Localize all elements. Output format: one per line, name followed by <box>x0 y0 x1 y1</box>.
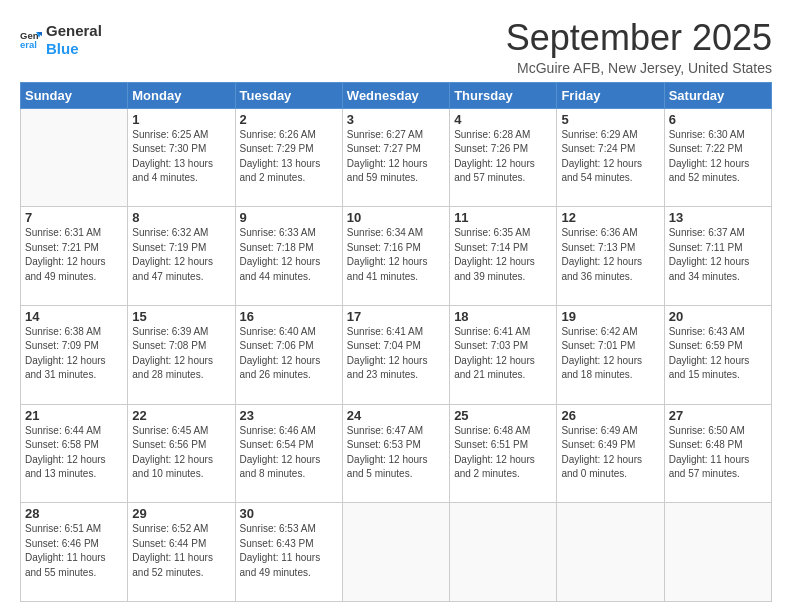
day-info: Sunrise: 6:39 AMSunset: 7:08 PMDaylight:… <box>132 325 230 383</box>
day-number: 7 <box>25 210 123 225</box>
day-info: Sunrise: 6:26 AMSunset: 7:29 PMDaylight:… <box>240 128 338 186</box>
day-number: 5 <box>561 112 659 127</box>
day-info: Sunrise: 6:51 AMSunset: 6:46 PMDaylight:… <box>25 522 123 580</box>
table-row: 14Sunrise: 6:38 AMSunset: 7:09 PMDayligh… <box>21 305 128 404</box>
day-info: Sunrise: 6:52 AMSunset: 6:44 PMDaylight:… <box>132 522 230 580</box>
day-info: Sunrise: 6:28 AMSunset: 7:26 PMDaylight:… <box>454 128 552 186</box>
day-info: Sunrise: 6:41 AMSunset: 7:03 PMDaylight:… <box>454 325 552 383</box>
table-row <box>557 503 664 602</box>
table-row: 22Sunrise: 6:45 AMSunset: 6:56 PMDayligh… <box>128 404 235 503</box>
day-info: Sunrise: 6:34 AMSunset: 7:16 PMDaylight:… <box>347 226 445 284</box>
day-number: 21 <box>25 408 123 423</box>
month-title: September 2025 <box>506 18 772 58</box>
day-info: Sunrise: 6:30 AMSunset: 7:22 PMDaylight:… <box>669 128 767 186</box>
day-number: 12 <box>561 210 659 225</box>
day-number: 8 <box>132 210 230 225</box>
day-info: Sunrise: 6:31 AMSunset: 7:21 PMDaylight:… <box>25 226 123 284</box>
table-row: 4Sunrise: 6:28 AMSunset: 7:26 PMDaylight… <box>450 108 557 207</box>
logo-text-general: General <box>46 22 102 40</box>
day-info: Sunrise: 6:42 AMSunset: 7:01 PMDaylight:… <box>561 325 659 383</box>
calendar-header-row: Sunday Monday Tuesday Wednesday Thursday… <box>21 82 772 108</box>
day-info: Sunrise: 6:47 AMSunset: 6:53 PMDaylight:… <box>347 424 445 482</box>
table-row: 12Sunrise: 6:36 AMSunset: 7:13 PMDayligh… <box>557 207 664 306</box>
table-row: 8Sunrise: 6:32 AMSunset: 7:19 PMDaylight… <box>128 207 235 306</box>
table-row: 2Sunrise: 6:26 AMSunset: 7:29 PMDaylight… <box>235 108 342 207</box>
table-row: 6Sunrise: 6:30 AMSunset: 7:22 PMDaylight… <box>664 108 771 207</box>
day-info: Sunrise: 6:44 AMSunset: 6:58 PMDaylight:… <box>25 424 123 482</box>
day-info: Sunrise: 6:38 AMSunset: 7:09 PMDaylight:… <box>25 325 123 383</box>
header-right: September 2025 McGuire AFB, New Jersey, … <box>506 18 772 76</box>
col-monday: Monday <box>128 82 235 108</box>
table-row: 18Sunrise: 6:41 AMSunset: 7:03 PMDayligh… <box>450 305 557 404</box>
day-info: Sunrise: 6:37 AMSunset: 7:11 PMDaylight:… <box>669 226 767 284</box>
table-row: 1Sunrise: 6:25 AMSunset: 7:30 PMDaylight… <box>128 108 235 207</box>
table-row <box>21 108 128 207</box>
day-number: 29 <box>132 506 230 521</box>
day-info: Sunrise: 6:33 AMSunset: 7:18 PMDaylight:… <box>240 226 338 284</box>
day-info: Sunrise: 6:27 AMSunset: 7:27 PMDaylight:… <box>347 128 445 186</box>
day-info: Sunrise: 6:49 AMSunset: 6:49 PMDaylight:… <box>561 424 659 482</box>
day-info: Sunrise: 6:32 AMSunset: 7:19 PMDaylight:… <box>132 226 230 284</box>
day-number: 17 <box>347 309 445 324</box>
col-wednesday: Wednesday <box>342 82 449 108</box>
table-row: 26Sunrise: 6:49 AMSunset: 6:49 PMDayligh… <box>557 404 664 503</box>
table-row: 16Sunrise: 6:40 AMSunset: 7:06 PMDayligh… <box>235 305 342 404</box>
day-info: Sunrise: 6:50 AMSunset: 6:48 PMDaylight:… <box>669 424 767 482</box>
day-number: 15 <box>132 309 230 324</box>
day-number: 9 <box>240 210 338 225</box>
day-number: 18 <box>454 309 552 324</box>
page: Gen eral General Blue September 2025 McG… <box>0 0 792 612</box>
table-row <box>450 503 557 602</box>
day-number: 27 <box>669 408 767 423</box>
table-row: 21Sunrise: 6:44 AMSunset: 6:58 PMDayligh… <box>21 404 128 503</box>
day-number: 23 <box>240 408 338 423</box>
table-row: 20Sunrise: 6:43 AMSunset: 6:59 PMDayligh… <box>664 305 771 404</box>
day-info: Sunrise: 6:36 AMSunset: 7:13 PMDaylight:… <box>561 226 659 284</box>
col-sunday: Sunday <box>21 82 128 108</box>
col-tuesday: Tuesday <box>235 82 342 108</box>
svg-text:eral: eral <box>20 39 37 50</box>
day-number: 19 <box>561 309 659 324</box>
day-info: Sunrise: 6:48 AMSunset: 6:51 PMDaylight:… <box>454 424 552 482</box>
table-row: 5Sunrise: 6:29 AMSunset: 7:24 PMDaylight… <box>557 108 664 207</box>
table-row <box>342 503 449 602</box>
day-number: 6 <box>669 112 767 127</box>
table-row: 30Sunrise: 6:53 AMSunset: 6:43 PMDayligh… <box>235 503 342 602</box>
table-row: 3Sunrise: 6:27 AMSunset: 7:27 PMDaylight… <box>342 108 449 207</box>
day-number: 1 <box>132 112 230 127</box>
day-number: 3 <box>347 112 445 127</box>
day-info: Sunrise: 6:53 AMSunset: 6:43 PMDaylight:… <box>240 522 338 580</box>
day-info: Sunrise: 6:29 AMSunset: 7:24 PMDaylight:… <box>561 128 659 186</box>
col-friday: Friday <box>557 82 664 108</box>
day-info: Sunrise: 6:46 AMSunset: 6:54 PMDaylight:… <box>240 424 338 482</box>
logo-text-blue: Blue <box>46 40 102 58</box>
col-saturday: Saturday <box>664 82 771 108</box>
day-info: Sunrise: 6:45 AMSunset: 6:56 PMDaylight:… <box>132 424 230 482</box>
table-row: 9Sunrise: 6:33 AMSunset: 7:18 PMDaylight… <box>235 207 342 306</box>
location: McGuire AFB, New Jersey, United States <box>506 60 772 76</box>
day-number: 14 <box>25 309 123 324</box>
table-row: 15Sunrise: 6:39 AMSunset: 7:08 PMDayligh… <box>128 305 235 404</box>
day-number: 24 <box>347 408 445 423</box>
table-row: 27Sunrise: 6:50 AMSunset: 6:48 PMDayligh… <box>664 404 771 503</box>
day-info: Sunrise: 6:40 AMSunset: 7:06 PMDaylight:… <box>240 325 338 383</box>
day-number: 30 <box>240 506 338 521</box>
day-info: Sunrise: 6:25 AMSunset: 7:30 PMDaylight:… <box>132 128 230 186</box>
table-row: 19Sunrise: 6:42 AMSunset: 7:01 PMDayligh… <box>557 305 664 404</box>
table-row: 23Sunrise: 6:46 AMSunset: 6:54 PMDayligh… <box>235 404 342 503</box>
day-number: 11 <box>454 210 552 225</box>
day-number: 28 <box>25 506 123 521</box>
day-number: 13 <box>669 210 767 225</box>
calendar-table: Sunday Monday Tuesday Wednesday Thursday… <box>20 82 772 602</box>
table-row: 7Sunrise: 6:31 AMSunset: 7:21 PMDaylight… <box>21 207 128 306</box>
day-number: 2 <box>240 112 338 127</box>
day-number: 25 <box>454 408 552 423</box>
table-row <box>664 503 771 602</box>
top-section: Gen eral General Blue September 2025 McG… <box>20 18 772 76</box>
table-row: 11Sunrise: 6:35 AMSunset: 7:14 PMDayligh… <box>450 207 557 306</box>
table-row: 17Sunrise: 6:41 AMSunset: 7:04 PMDayligh… <box>342 305 449 404</box>
table-row: 29Sunrise: 6:52 AMSunset: 6:44 PMDayligh… <box>128 503 235 602</box>
col-thursday: Thursday <box>450 82 557 108</box>
table-row: 24Sunrise: 6:47 AMSunset: 6:53 PMDayligh… <box>342 404 449 503</box>
day-info: Sunrise: 6:35 AMSunset: 7:14 PMDaylight:… <box>454 226 552 284</box>
